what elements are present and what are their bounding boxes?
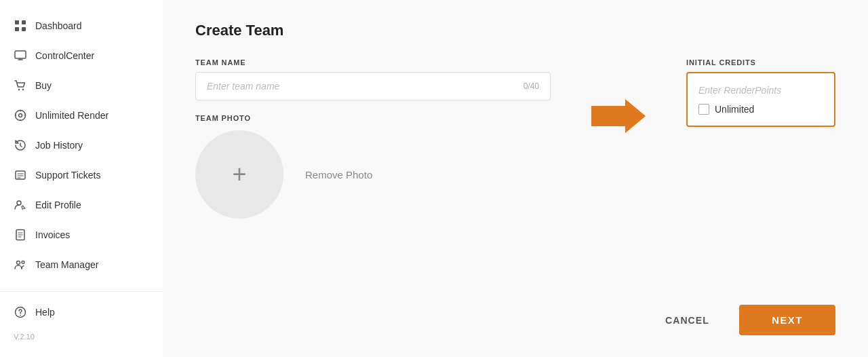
sidebar-item-controlcenter[interactable]: ControlCenter [0,41,163,71]
form-section: TEAM NAME 0/40 TEAM PHOTO + Remove Photo [195,58,835,219]
sidebar-label-help: Help [35,307,55,318]
form-left: TEAM NAME 0/40 TEAM PHOTO + Remove Photo [195,58,551,219]
sidebar-label-unlimited-render: Unlimited Render [35,110,108,121]
svg-point-8 [22,89,24,90]
users-icon [14,258,27,271]
version-label: V.2.10 [0,327,163,346]
svg-rect-2 [15,27,19,31]
svg-marker-24 [591,99,646,133]
team-photo-section: TEAM PHOTO + Remove Photo [195,114,551,219]
arrow-icon [591,99,646,133]
help-icon [14,305,27,319]
team-name-input[interactable] [207,81,524,92]
unlimited-checkbox[interactable] [698,104,709,115]
arrow-area [591,58,646,133]
unlimited-row: Unlimited [698,104,823,115]
user-edit-icon [14,198,27,212]
sidebar-label-team-manager: Team Manager [35,259,98,270]
sidebar-item-invoices[interactable]: Invoices [0,220,163,250]
sidebar-item-unlimited-render[interactable]: Unlimited Render [0,100,163,130]
char-count: 0/40 [524,81,539,91]
svg-point-10 [19,114,22,117]
initial-credits-panel: INITIAL CREDITS Unlimited [686,58,835,127]
remove-photo-button[interactable]: Remove Photo [305,169,372,181]
svg-rect-4 [15,51,26,58]
initial-credits-label: INITIAL CREDITS [686,58,835,67]
sidebar: Dashboard ControlCenter Buy [0,0,163,357]
credits-box: Unlimited [686,72,835,127]
monitor-icon [14,49,27,62]
sidebar-label-buy: Buy [35,80,52,91]
cancel-button[interactable]: CANCEL [652,307,723,334]
sidebar-item-edit-profile[interactable]: Edit Profile [0,190,163,220]
add-photo-icon: + [232,162,246,187]
svg-rect-1 [22,20,26,24]
svg-point-20 [17,261,20,265]
unlimited-label: Unlimited [715,104,754,115]
sidebar-label-dashboard: Dashboard [35,20,82,31]
sidebar-item-team-manager[interactable]: Team Manager [0,250,163,280]
sidebar-item-job-history[interactable]: Job History [0,130,163,160]
svg-rect-3 [22,27,26,31]
sidebar-label-support-tickets: Support Tickets [35,170,101,181]
list-icon [14,168,27,182]
grid-icon [14,19,27,33]
bottom-actions: CANCEL NEXT [652,305,835,335]
sidebar-item-buy[interactable]: Buy [0,71,163,100]
page-title: Create Team [195,22,835,39]
team-photo-label: TEAM PHOTO [195,114,551,122]
main-content: Create Team TEAM NAME 0/40 TEAM PHOTO + … [163,0,868,357]
team-name-label: TEAM NAME [195,58,551,67]
sidebar-label-job-history: Job History [35,140,83,151]
svg-point-21 [22,261,24,264]
svg-point-9 [16,111,26,121]
credits-input[interactable] [698,85,823,96]
svg-point-23 [20,315,21,316]
photo-upload-circle[interactable]: + [195,130,283,219]
photo-row: + Remove Photo [195,130,551,219]
disc-icon [14,109,27,122]
sidebar-item-support-tickets[interactable]: Support Tickets [0,160,163,190]
clock-rotate-icon [14,138,27,152]
sidebar-item-help[interactable]: Help [0,297,163,327]
svg-point-7 [18,89,20,90]
sidebar-divider [0,291,163,292]
sidebar-item-dashboard[interactable]: Dashboard [0,11,163,41]
cart-icon [14,79,27,92]
team-name-field: TEAM NAME 0/40 [195,58,551,100]
svg-point-15 [17,201,21,205]
sidebar-label-invoices: Invoices [35,229,70,240]
sidebar-label-controlcenter: ControlCenter [35,50,94,61]
next-button[interactable]: NEXT [739,305,835,335]
svg-rect-0 [15,20,19,24]
team-name-input-wrapper[interactable]: 0/40 [195,72,551,100]
sidebar-label-edit-profile: Edit Profile [35,200,81,210]
file-list-icon [14,228,27,242]
